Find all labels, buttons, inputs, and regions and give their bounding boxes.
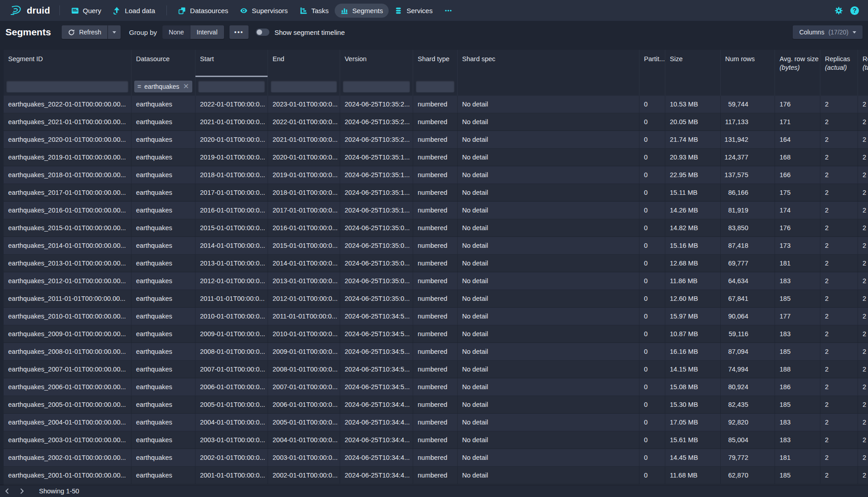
cell-segment_id[interactable]: earthquakes_2016-01-01T00:00:00.00... — [4, 202, 132, 219]
cell-num_rows[interactable]: 137,575 — [721, 166, 775, 183]
cell-shard_type[interactable]: numbered — [413, 149, 458, 166]
cell-avg_row_size[interactable]: 176 — [775, 96, 820, 113]
cell-avg_row_size[interactable]: 177 — [775, 308, 820, 325]
cell-num_rows[interactable]: 81,919 — [721, 202, 775, 219]
cell-shard_spec[interactable]: No detail — [458, 431, 639, 449]
cell-replication_factor[interactable]: 2 — [858, 131, 868, 148]
cell-start[interactable]: 2022-01-01T00:00:0... — [195, 96, 268, 113]
cell-datasource[interactable]: earthquakes — [132, 449, 195, 466]
cell-segment_id[interactable]: earthquakes_2020-01-01T00:00:00.00... — [4, 131, 132, 148]
cell-segment_id[interactable]: earthquakes_2021-01-01T00:00:00.00... — [4, 113, 132, 130]
cell-shard_type[interactable]: numbered — [413, 96, 458, 113]
cell-start[interactable]: 2008-01-01T00:00:0... — [195, 343, 268, 360]
cell-size[interactable]: 12.60 MB — [665, 290, 721, 307]
nav-tab-segments[interactable]: Segments — [335, 4, 389, 18]
cell-replication_factor[interactable]: 2 — [858, 219, 868, 236]
cell-segment_id[interactable]: earthquakes_2018-01-01T00:00:00.00... — [4, 166, 132, 183]
cell-size[interactable]: 11.86 MB — [665, 272, 721, 290]
cell-partition[interactable]: 0 — [639, 255, 665, 272]
cell-segment_id[interactable]: earthquakes_2017-01-01T00:00:00.00... — [4, 184, 132, 201]
cell-shard_type[interactable]: numbered — [413, 255, 458, 272]
cell-shard_spec[interactable]: No detail — [458, 414, 639, 431]
cell-shard_type[interactable]: numbered — [413, 272, 458, 290]
cell-version[interactable]: 2024-06-25T10:35:1... — [340, 202, 413, 219]
cell-shard_type[interactable]: numbered — [413, 219, 458, 236]
cell-replication_factor[interactable]: 2 — [858, 149, 868, 166]
cell-datasource[interactable]: earthquakes — [132, 113, 195, 130]
cell-avg_row_size[interactable]: 183 — [775, 325, 820, 343]
cell-size[interactable]: 14.26 MB — [665, 202, 721, 219]
cell-size[interactable]: 15.97 MB — [665, 308, 721, 325]
header-cell-end[interactable]: End — [268, 50, 340, 77]
cell-end[interactable]: 2015-01-01T00:00:0... — [268, 237, 340, 254]
cell-segment_id[interactable]: earthquakes_2019-01-01T00:00:00.00... — [4, 149, 132, 166]
cell-partition[interactable]: 0 — [639, 272, 665, 290]
cell-num_rows[interactable]: 59,744 — [721, 96, 775, 113]
nav-tab-tasks[interactable]: Tasks — [294, 4, 335, 18]
columns-button[interactable]: Columns (17/20) — [793, 25, 863, 39]
cell-replicas[interactable]: 2 — [820, 431, 858, 449]
cell-avg_row_size[interactable]: 176 — [775, 219, 820, 236]
next-page-button[interactable] — [15, 485, 29, 497]
cell-shard_spec[interactable]: No detail — [458, 96, 639, 113]
cell-shard_spec[interactable]: No detail — [458, 113, 639, 130]
cell-replication_factor[interactable]: 2 — [858, 343, 868, 360]
cell-replicas[interactable]: 2 — [820, 361, 858, 378]
cell-avg_row_size[interactable]: 181 — [775, 449, 820, 466]
settings-gear-icon[interactable] — [834, 6, 843, 15]
cell-end[interactable]: 2014-01-01T00:00:0... — [268, 255, 340, 272]
filter-input-end[interactable] — [271, 81, 337, 92]
cell-version[interactable]: 2024-06-25T10:35:2... — [340, 113, 413, 130]
cell-replication_factor[interactable]: 2 — [858, 396, 868, 413]
cell-end[interactable]: 2008-01-01T00:00:0... — [268, 361, 340, 378]
cell-replication_factor[interactable]: 2 — [858, 113, 868, 130]
datasource-filter-tag[interactable]: =earthquakes✕ — [134, 81, 192, 92]
cell-replicas[interactable]: 2 — [820, 237, 858, 254]
cell-segment_id[interactable]: earthquakes_2009-01-01T00:00:00.00... — [4, 325, 132, 343]
cell-start[interactable]: 2007-01-01T00:00:0... — [195, 361, 268, 378]
cell-partition[interactable]: 0 — [639, 343, 665, 360]
cell-num_rows[interactable]: 86,166 — [721, 184, 775, 201]
cell-datasource[interactable]: earthquakes — [132, 219, 195, 236]
header-cell-size[interactable]: Size — [665, 50, 721, 77]
cell-num_rows[interactable]: 117,133 — [721, 113, 775, 130]
group-by-none-button[interactable]: None — [162, 25, 190, 39]
cell-replication_factor[interactable]: 2 — [858, 325, 868, 343]
cell-shard_type[interactable]: numbered — [413, 290, 458, 307]
cell-shard_type[interactable]: numbered — [413, 343, 458, 360]
cell-partition[interactable]: 0 — [639, 149, 665, 166]
cell-shard_spec[interactable]: No detail — [458, 149, 639, 166]
cell-avg_row_size[interactable]: 185 — [775, 343, 820, 360]
cell-partition[interactable]: 0 — [639, 431, 665, 449]
cell-size[interactable]: 11.68 MB — [665, 467, 721, 484]
filter-input-version[interactable] — [343, 81, 410, 92]
cell-replication_factor[interactable]: 2 — [858, 290, 868, 307]
cell-start[interactable]: 2011-01-01T00:00:0... — [195, 290, 268, 307]
cell-partition[interactable]: 0 — [639, 449, 665, 466]
remove-filter-icon[interactable]: ✕ — [183, 83, 189, 90]
cell-partition[interactable]: 0 — [639, 96, 665, 113]
cell-replicas[interactable]: 2 — [820, 96, 858, 113]
cell-version[interactable]: 2024-06-25T10:34:4... — [340, 431, 413, 449]
group-by-more-button[interactable]: ••• — [229, 25, 249, 39]
cell-datasource[interactable]: earthquakes — [132, 149, 195, 166]
cell-size[interactable]: 22.95 MB — [665, 166, 721, 183]
cell-num_rows[interactable]: 62,870 — [721, 467, 775, 484]
header-cell-replication_factor[interactable]: Replication factor(target) — [858, 50, 868, 77]
cell-shard_type[interactable]: numbered — [413, 449, 458, 466]
cell-datasource[interactable]: earthquakes — [132, 325, 195, 343]
header-cell-shard_type[interactable]: Shard type — [413, 50, 458, 77]
cell-replication_factor[interactable]: 2 — [858, 467, 868, 484]
nav-tab-load-data[interactable]: Load data — [107, 4, 161, 18]
cell-partition[interactable]: 0 — [639, 467, 665, 484]
cell-start[interactable]: 2020-01-01T00:00:0... — [195, 131, 268, 148]
cell-num_rows[interactable]: 87,094 — [721, 343, 775, 360]
cell-size[interactable]: 14.82 MB — [665, 219, 721, 236]
cell-num_rows[interactable]: 124,377 — [721, 149, 775, 166]
cell-shard_spec[interactable]: No detail — [458, 361, 639, 378]
cell-num_rows[interactable]: 92,820 — [721, 414, 775, 431]
cell-start[interactable]: 2021-01-01T00:00:0... — [195, 113, 268, 130]
cell-version[interactable]: 2024-06-25T10:35:1... — [340, 166, 413, 183]
cell-shard_type[interactable]: numbered — [413, 202, 458, 219]
cell-datasource[interactable]: earthquakes — [132, 467, 195, 484]
